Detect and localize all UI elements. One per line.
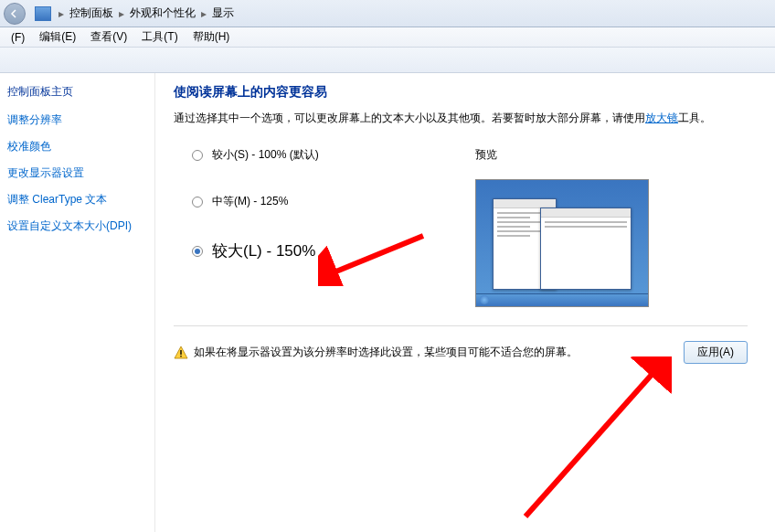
breadcrumb[interactable]: ▸ 控制面板 ▸ 外观和个性化 ▸ 显示 [55,5,236,21]
apply-button[interactable]: 应用(A) [684,341,748,364]
breadcrumb-item[interactable]: 显示 [210,5,236,21]
radio-icon-checked [192,246,203,257]
page-description: 通过选择其中一个选项，可以更改屏幕上的文本大小以及其他项。若要暂时放大部分屏幕，… [174,110,748,127]
chevron-right-icon: ▸ [115,7,128,20]
preview-label: 预览 [475,147,748,163]
sidebar-link-resolution[interactable]: 调整分辨率 [7,112,147,128]
menu-edit[interactable]: 编辑(E) [32,29,83,45]
radio-option-small[interactable]: 较小(S) - 100% (默认) [192,147,475,163]
radio-label: 较小(S) - 100% (默认) [212,147,319,163]
sidebar-title[interactable]: 控制面板主页 [7,84,147,100]
menu-tools[interactable]: 工具(T) [134,29,185,45]
sidebar-link-dpi[interactable]: 设置自定义文本大小(DPI) [7,218,147,234]
preview-image [475,179,649,307]
warning-text: 如果在将显示器设置为该分辨率时选择此设置，某些项目可能不适合您的屏幕。 [194,345,578,360]
main-panel: 使阅读屏幕上的内容更容易 通过选择其中一个选项，可以更改屏幕上的文本大小以及其他… [155,73,775,532]
sidebar: 控制面板主页 调整分辨率 校准颜色 更改显示器设置 调整 ClearType 文… [0,73,155,532]
toolbar [0,48,775,73]
warning-icon [174,346,188,360]
menu-view[interactable]: 查看(V) [83,29,134,45]
sidebar-link-color[interactable]: 校准颜色 [7,139,147,154]
chevron-right-icon: ▸ [55,7,68,20]
radio-option-medium[interactable]: 中等(M) - 125% [192,194,475,209]
titlebar: ▸ 控制面板 ▸ 外观和个性化 ▸ 显示 [0,0,775,27]
menubar: (F) 编辑(E) 查看(V) 工具(T) 帮助(H) [0,27,775,48]
divider [174,325,748,326]
menu-help[interactable]: 帮助(H) [186,29,238,45]
nav-back-button[interactable] [4,3,26,25]
magnifier-link[interactable]: 放大镜 [645,112,678,124]
monitor-icon [35,6,51,21]
breadcrumb-item[interactable]: 控制面板 [68,5,115,21]
sidebar-link-cleartype[interactable]: 调整 ClearType 文本 [7,192,147,207]
radio-icon [192,197,203,207]
radio-option-large[interactable]: 较大(L) - 150% [192,240,475,261]
radio-icon [192,150,203,161]
radio-label: 中等(M) - 125% [212,194,288,209]
radio-label: 较大(L) - 150% [212,240,315,261]
preview-window-icon [540,207,632,290]
breadcrumb-item[interactable]: 外观和个性化 [128,5,197,21]
svg-rect-1 [180,356,181,356]
page-heading: 使阅读屏幕上的内容更容易 [174,84,748,101]
sidebar-link-display[interactable]: 更改显示器设置 [7,165,147,181]
preview-taskbar-icon [476,293,648,306]
menu-file[interactable]: (F) [4,31,32,44]
chevron-right-icon: ▸ [197,7,210,20]
svg-rect-0 [180,350,181,355]
